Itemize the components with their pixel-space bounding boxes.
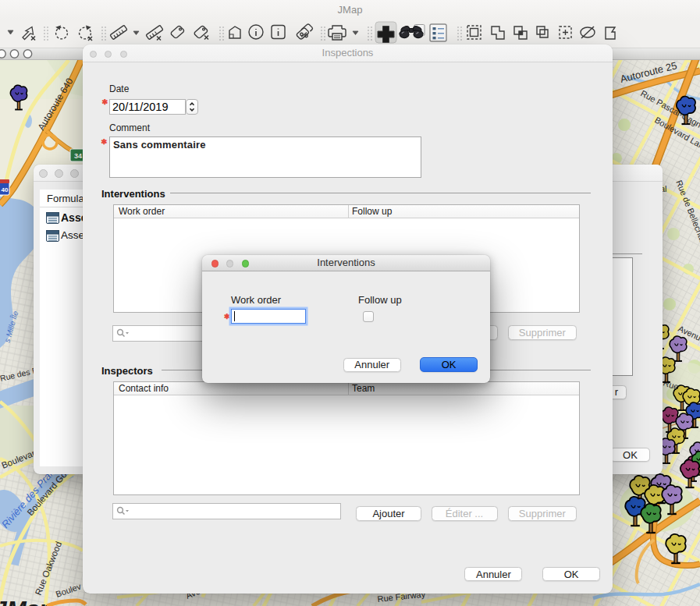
svg-text:40: 40	[2, 186, 9, 193]
svg-text:JMap: JMap	[0, 596, 54, 606]
svg-text:34: 34	[74, 152, 82, 160]
